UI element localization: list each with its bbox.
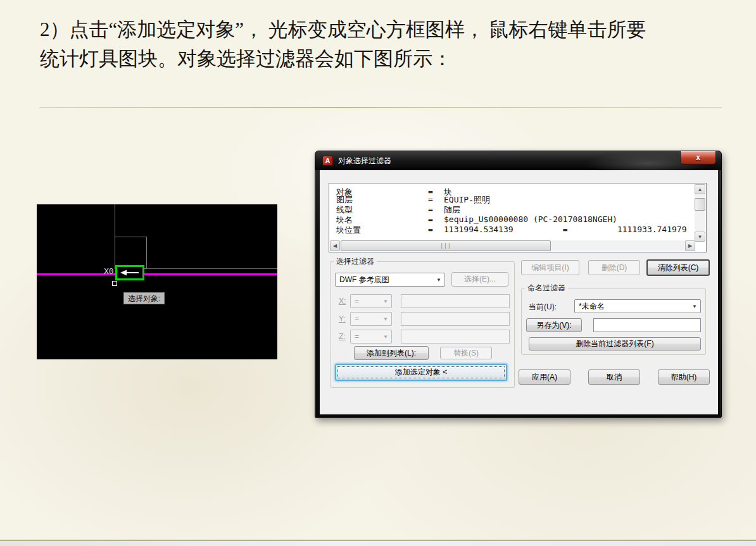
row-operator: = xyxy=(428,225,433,234)
current-filter-dropdown[interactable]: *未命名 ▼ xyxy=(574,299,701,313)
cad-vertical-line xyxy=(115,204,115,237)
row-operator: = xyxy=(428,204,433,214)
row-operator: = xyxy=(428,214,433,224)
apply-button[interactable]: 应用(A) xyxy=(519,369,570,385)
bottom-strip xyxy=(0,541,756,546)
pickbox-cursor xyxy=(112,281,117,286)
list-row[interactable]: 块名 = $equip_U$00000080 (PC-20170818NGEH) xyxy=(330,214,695,225)
cad-magenta-wire xyxy=(37,273,277,275)
cad-x0-label: X0 xyxy=(104,266,114,276)
close-button[interactable]: x xyxy=(680,151,716,164)
add-selected-object-button[interactable]: 添加选定对象 < xyxy=(335,364,507,381)
row-label: 块位置 xyxy=(336,225,361,235)
substitute-button[interactable]: 替换(S) xyxy=(440,347,492,359)
instruction-paragraph: 2）点击“添加选定对象”， 光标变成空心方框图样， 鼠标右键单击所要 统计灯具图… xyxy=(40,15,724,73)
save-as-field[interactable] xyxy=(593,318,701,332)
chevron-down-icon: ▼ xyxy=(383,334,388,340)
select-filter-group-label: 选择过滤器 xyxy=(334,256,377,267)
z-operator-dropdown[interactable]: = ▼ xyxy=(350,330,392,344)
add-to-list-button[interactable]: 添加到列表(L): xyxy=(354,346,429,360)
filter-type-value: DWF 参考底图 xyxy=(339,275,389,285)
dialog-titlebar[interactable]: A 对象选择过滤器 xyxy=(315,151,721,170)
row-operator: = xyxy=(428,194,433,204)
delete-current-filter-button[interactable]: 删除当前过滤器列表(F) xyxy=(529,337,701,351)
help-button[interactable]: 帮助(H) xyxy=(658,369,710,385)
edit-item-button[interactable]: 编辑项目(I) xyxy=(521,260,579,275)
instruction-line-2: 统计灯具图块。对象选择过滤器会如下图所示： xyxy=(40,44,724,73)
cancel-button[interactable]: 取消 xyxy=(588,369,640,385)
chevron-down-icon: ▼ xyxy=(436,277,441,283)
x-operator-dropdown[interactable]: = ▼ xyxy=(350,294,392,308)
save-as-button[interactable]: 另存为(V): xyxy=(526,318,582,332)
delete-button[interactable]: 删除(D) xyxy=(588,260,640,275)
horizontal-scroll-thumb[interactable]: ||| xyxy=(341,240,551,251)
chevron-down-icon: ▼ xyxy=(692,304,697,309)
y-coordinate-label: Y: xyxy=(339,314,346,323)
horizontal-scrollbar[interactable]: ◀ ||| ▶ xyxy=(330,240,695,251)
instruction-line-1: 2）点击“添加选定对象”， 光标变成空心方框图样， 鼠标右键单击所要 xyxy=(40,15,724,44)
z-operator-value: = xyxy=(355,332,359,341)
dialog-client-area: 对象 = 块 图层 = EQUIP-照明 线型 = 随层 块名 = $e xyxy=(320,170,718,414)
y-operator-value: = xyxy=(355,314,359,323)
scroll-right-icon[interactable]: ▶ xyxy=(685,240,695,251)
x-coordinate-label: X: xyxy=(339,297,346,306)
cad-square-outline xyxy=(115,237,147,269)
list-row[interactable]: 线型 = 随层 xyxy=(330,204,695,214)
z-value-field[interactable] xyxy=(401,330,510,344)
filter-list-box[interactable]: 对象 = 块 图层 = EQUIP-照明 线型 = 随层 块名 = $e xyxy=(329,183,707,252)
vertical-scrollbar[interactable]: ▲ ▼ xyxy=(695,184,705,242)
row-value: 1131994.534139 = 1111933.741979 xyxy=(444,225,687,234)
named-filter-group-label: 命名过滤器 xyxy=(525,283,568,294)
vertical-scroll-thumb[interactable] xyxy=(695,198,705,211)
current-filter-label: 当前(U): xyxy=(529,302,557,313)
current-filter-value: *未命名 xyxy=(579,301,605,312)
dialog-title: 对象选择过滤器 xyxy=(338,156,391,166)
cad-viewport[interactable]: X0 选择对象: xyxy=(37,204,277,359)
filter-type-dropdown[interactable]: DWF 参考底图 ▼ xyxy=(335,273,445,287)
object-selection-filter-dialog[interactable]: A 对象选择过滤器 x 对象 = 块 图层 = EQUIP-照明 线型 = xyxy=(315,151,722,418)
y-operator-dropdown[interactable]: = ▼ xyxy=(350,312,392,326)
left-arrow-icon xyxy=(118,268,141,277)
selected-block-highlight[interactable] xyxy=(115,265,144,280)
scroll-up-icon[interactable]: ▲ xyxy=(695,184,705,194)
chevron-down-icon: ▼ xyxy=(383,316,388,322)
y-value-field[interactable] xyxy=(401,312,510,326)
select-button[interactable]: 选择(E)... xyxy=(451,272,508,287)
list-row-clipped[interactable]: 块位置 = 1131994.534139 = 1111933.741979 xyxy=(330,225,695,235)
list-row[interactable]: 图层 = EQUIP-照明 xyxy=(330,194,695,204)
horizontal-divider xyxy=(39,107,722,108)
chevron-down-icon: ▼ xyxy=(383,299,388,304)
select-object-tooltip: 选择对象: xyxy=(123,292,165,304)
autocad-logo-icon: A xyxy=(322,156,333,166)
x-operator-value: = xyxy=(355,297,359,306)
scroll-left-icon[interactable]: ◀ xyxy=(330,240,340,251)
z-coordinate-label: Z: xyxy=(339,332,346,341)
cad-horizontal-line xyxy=(146,268,277,269)
x-value-field[interactable] xyxy=(401,294,510,308)
filter-list-rows: 对象 = 块 图层 = EQUIP-照明 线型 = 随层 块名 = $e xyxy=(330,184,695,235)
row-value: $equip_U$00000080 (PC-20170818NGEH) xyxy=(444,214,617,224)
scroll-down-icon[interactable]: ▼ xyxy=(695,232,705,242)
clear-list-button[interactable]: 清除列表(C) xyxy=(646,259,710,276)
